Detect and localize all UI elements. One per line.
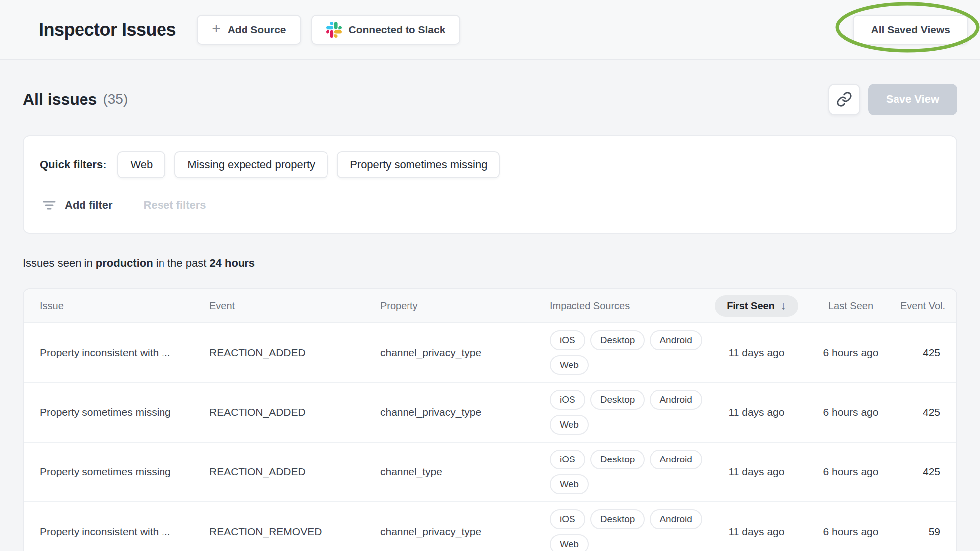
event-cell: REACTION_ADDED: [209, 406, 380, 418]
source-pill: Desktop: [590, 509, 645, 529]
source-pill: Web: [550, 534, 589, 551]
connected-to-slack-button[interactable]: Connected to Slack: [311, 15, 461, 45]
source-pill: Android: [650, 330, 702, 350]
source-pill: iOS: [550, 390, 585, 410]
col-header-first-seen: First Seen ↓: [712, 295, 801, 317]
source-pill: Desktop: [590, 390, 645, 410]
scope-middle: in the past: [153, 257, 210, 269]
table-header-row: Issue Event Property Impacted Sources Fi…: [24, 289, 956, 323]
add-source-label: Add Source: [228, 24, 286, 36]
source-pill: Desktop: [590, 450, 645, 469]
copy-link-button[interactable]: [828, 84, 860, 115]
scope-line: Issues seen in production in the past 24…: [23, 257, 957, 270]
col-header-event-vol[interactable]: Event Vol.: [900, 300, 945, 312]
first-seen-cell: 11 days ago: [712, 406, 801, 418]
source-pill: iOS: [550, 509, 585, 529]
event-vol-cell: 425: [900, 466, 940, 478]
table-row[interactable]: Property sometimes missingREACTION_ADDED…: [24, 383, 956, 443]
sources-cell: iOSDesktopAndroidWeb: [550, 443, 705, 501]
first-seen-cell: 11 days ago: [712, 466, 801, 478]
col-header-property[interactable]: Property: [380, 300, 550, 312]
view-title: All issues: [23, 91, 97, 109]
scope-time-range: 24 hours: [209, 257, 255, 269]
view-header: All issues (35) Save View: [23, 84, 957, 115]
quick-filters-card: Quick filters: WebMissing expected prope…: [23, 135, 957, 234]
table-body: Property inconsistent with ...REACTION_A…: [24, 323, 956, 551]
event-cell: REACTION_ADDED: [209, 466, 380, 478]
source-pill: Desktop: [590, 330, 645, 350]
source-pill: Android: [650, 509, 702, 529]
slack-button-label: Connected to Slack: [349, 24, 446, 36]
col-header-impacted-sources[interactable]: Impacted Sources: [550, 300, 712, 312]
last-seen-cell: 6 hours ago: [801, 406, 900, 418]
last-seen-cell: 6 hours ago: [801, 466, 900, 478]
table-row[interactable]: Property inconsistent with ...REACTION_A…: [24, 323, 956, 383]
first-seen-cell: 11 days ago: [712, 347, 801, 359]
source-pill: Android: [650, 390, 702, 410]
event-vol-cell: 425: [900, 347, 940, 359]
last-seen-cell: 6 hours ago: [801, 526, 900, 538]
col-header-issue[interactable]: Issue: [40, 300, 209, 312]
source-pill: Web: [550, 355, 589, 375]
property-cell: channel_privacy_type: [380, 406, 550, 418]
property-cell: channel_type: [380, 466, 550, 478]
issue-count: (35): [103, 92, 128, 107]
col-header-event[interactable]: Event: [209, 300, 380, 312]
event-vol-cell: 425: [900, 406, 940, 418]
source-pill: Web: [550, 415, 589, 435]
page-title: Inspector Issues: [39, 19, 176, 40]
filter-icon: [42, 198, 57, 213]
add-filter-button[interactable]: Add filter: [65, 199, 113, 212]
event-cell: REACTION_REMOVED: [209, 526, 380, 538]
source-pill: Web: [550, 474, 589, 494]
property-cell: channel_privacy_type: [380, 526, 550, 538]
link-icon: [836, 92, 852, 107]
issue-cell: Property sometimes missing: [40, 466, 209, 478]
quick-filter-button[interactable]: Web: [117, 151, 165, 178]
sources-cell: iOSDesktopAndroidWeb: [550, 383, 705, 442]
first-seen-sort-button[interactable]: First Seen ↓: [715, 295, 798, 317]
event-cell: REACTION_ADDED: [209, 347, 380, 359]
scope-environment: production: [96, 257, 153, 269]
add-source-button[interactable]: + Add Source: [197, 15, 301, 45]
all-saved-views-label: All Saved Views: [871, 24, 950, 36]
last-seen-cell: 6 hours ago: [801, 347, 900, 359]
issue-cell: Property inconsistent with ...: [40, 347, 209, 359]
quick-filters-label: Quick filters:: [40, 158, 106, 171]
sources-cell: iOSDesktopAndroidWeb: [550, 502, 705, 551]
quick-filters-row: Quick filters: WebMissing expected prope…: [40, 151, 940, 178]
property-cell: channel_privacy_type: [380, 347, 550, 359]
reset-filters-button[interactable]: Reset filters: [144, 199, 206, 212]
col-header-last-seen[interactable]: Last Seen: [801, 300, 900, 312]
issue-cell: Property sometimes missing: [40, 406, 209, 418]
save-view-button[interactable]: Save View: [868, 84, 957, 115]
scope-prefix: Issues seen in: [23, 257, 96, 269]
issues-table: Issue Event Property Impacted Sources Fi…: [23, 288, 957, 551]
sort-desc-icon: ↓: [781, 300, 786, 311]
slack-icon: [326, 22, 342, 38]
all-saved-views-button[interactable]: All Saved Views: [853, 15, 968, 45]
first-seen-cell: 11 days ago: [712, 526, 801, 538]
event-vol-cell: 59: [900, 526, 940, 538]
table-row[interactable]: Property sometimes missingREACTION_ADDED…: [24, 443, 956, 502]
issue-cell: Property inconsistent with ...: [40, 526, 209, 538]
main-content: All issues (35) Save View Quick filters:…: [0, 84, 980, 551]
table-row[interactable]: Property inconsistent with ...REACTION_R…: [24, 502, 956, 551]
top-bar: Inspector Issues + Add Source Connected …: [0, 0, 980, 60]
source-pill: iOS: [550, 450, 585, 469]
plus-icon: +: [212, 21, 221, 36]
filter-actions-row: Add filter Reset filters: [40, 198, 940, 213]
source-pill: Android: [650, 450, 702, 469]
source-pill: iOS: [550, 330, 585, 350]
first-seen-label: First Seen: [727, 300, 775, 312]
quick-filter-button[interactable]: Property sometimes missing: [337, 151, 500, 178]
quick-filter-button[interactable]: Missing expected property: [174, 151, 328, 178]
quick-filter-buttons: WebMissing expected propertyProperty som…: [117, 151, 500, 178]
sources-cell: iOSDesktopAndroidWeb: [550, 323, 705, 382]
